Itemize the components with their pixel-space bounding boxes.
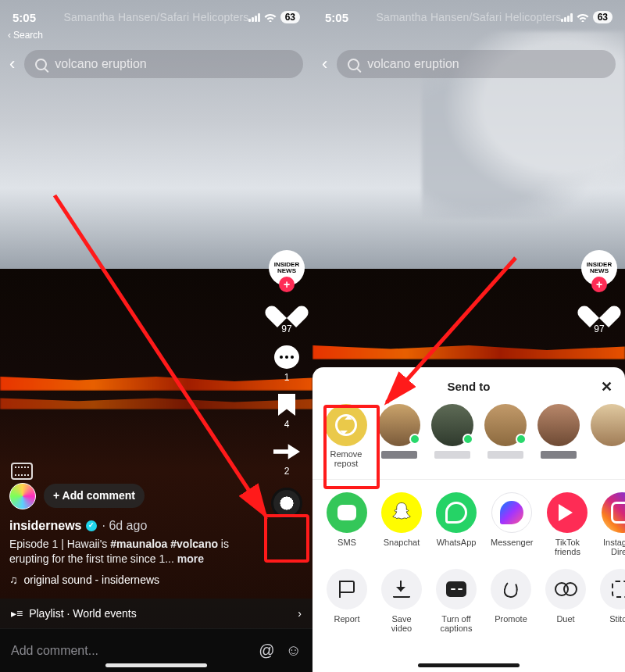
post-info: + Add comment insidernews ✓ · 6d ago Epi… — [9, 483, 250, 588]
divider — [312, 479, 625, 480]
back-to-search[interactable]: ‹ Search — [8, 30, 43, 41]
share-tiktok-friends[interactable]: TikTok friends — [547, 492, 588, 556]
mention-icon[interactable]: @ — [259, 642, 274, 659]
contact-item[interactable] — [431, 404, 473, 468]
search-row: ‹ volcano eruption — [312, 48, 625, 80]
search-query: volcano eruption — [367, 57, 459, 71]
sound-disc[interactable] — [271, 488, 302, 519]
online-dot-icon — [409, 434, 420, 445]
action-captions[interactable]: Turn off captions — [436, 569, 477, 633]
share-button[interactable]: 2 — [273, 441, 300, 477]
contact-item[interactable] — [538, 404, 580, 468]
like-count: 97 — [594, 323, 604, 334]
contacts-row: Remove repost — [312, 401, 625, 473]
messenger-icon — [491, 492, 532, 533]
search-icon — [348, 59, 359, 70]
bookmark-icon — [278, 394, 295, 416]
save-count: 4 — [284, 419, 290, 430]
avatar-icon: INSIDER NEWS + — [269, 250, 305, 286]
repost-icon — [325, 404, 367, 446]
share-icon — [273, 441, 300, 463]
like-count: 97 — [281, 323, 291, 334]
download-icon — [381, 569, 422, 609]
search-row: ‹ volcano eruption — [0, 48, 312, 80]
share-sms[interactable]: SMS — [327, 492, 367, 556]
search-query: volcano eruption — [55, 57, 146, 71]
share-instagram[interactable]: Instagram Direct — [602, 492, 625, 556]
follow-plus-icon[interactable]: + — [591, 277, 607, 292]
whatsapp-icon — [436, 492, 477, 533]
back-button[interactable]: ‹ — [322, 54, 327, 74]
contact-name-redacted — [434, 451, 470, 459]
share-actions-row: Report Save video Turn off captions Prom… — [312, 563, 625, 639]
emoji-icon[interactable]: ☺ — [286, 642, 302, 659]
cellular-icon — [248, 13, 260, 22]
status-right: 63 — [248, 11, 300, 23]
action-promote[interactable]: Promote — [491, 569, 531, 633]
contact-name-redacted — [541, 451, 577, 459]
playlist-icon: ▸≡ — [11, 607, 23, 620]
chevron-right-icon: › — [298, 607, 302, 620]
search-icon — [35, 59, 47, 70]
flame-icon — [491, 569, 531, 609]
status-bar: 5:05 63 — [0, 0, 312, 34]
contact-avatar — [484, 404, 527, 446]
like-button[interactable]: 97 — [586, 297, 612, 334]
search-field[interactable]: volcano eruption — [24, 50, 303, 78]
contact-item[interactable] — [378, 404, 420, 468]
add-comment-pill[interactable]: + Add comment — [44, 484, 145, 508]
comment-button[interactable]: 1 — [274, 345, 299, 383]
contact-item[interactable] — [484, 404, 527, 468]
sheet-title: Send to ✕ — [312, 377, 625, 401]
search-field[interactable]: volcano eruption — [337, 50, 616, 78]
username: insidernews — [9, 517, 81, 534]
online-dot-icon — [516, 434, 527, 445]
share-messenger[interactable]: Messenger — [491, 492, 533, 556]
stitch-icon — [600, 569, 625, 609]
caption[interactable]: Episode 1 | Hawaii's #maunaloa #volcano … — [9, 537, 250, 567]
tiktok-friends-icon — [547, 492, 588, 533]
avatar-icon: INSIDER NEWS + — [581, 250, 617, 286]
username-row[interactable]: insidernews ✓ · 6d ago — [9, 517, 250, 534]
snapchat-icon — [381, 492, 422, 533]
captions-icon — [436, 569, 477, 609]
music-note-icon: ♫ — [9, 573, 18, 588]
more-link[interactable]: more — [174, 552, 204, 565]
poster-avatar[interactable]: INSIDER NEWS + — [581, 250, 617, 286]
action-save-video[interactable]: Save video — [381, 569, 422, 633]
action-stitch[interactable]: Stitch — [600, 569, 625, 633]
poster-avatar[interactable]: INSIDER NEWS + — [269, 250, 305, 286]
remove-repost-button[interactable]: Remove repost — [325, 404, 367, 468]
action-duet[interactable]: Duet — [545, 569, 586, 633]
save-button[interactable]: 4 — [278, 394, 295, 430]
back-button[interactable]: ‹ — [9, 54, 15, 74]
sound-row[interactable]: ♫ original sound - insidernews — [9, 573, 250, 588]
contact-avatar — [431, 404, 473, 446]
status-bar: 5:05 63 — [312, 0, 625, 34]
comment-placeholder: Add comment... — [11, 644, 248, 658]
share-whatsapp[interactable]: WhatsApp — [436, 492, 477, 556]
playlist-bar[interactable]: ▸≡ Playlist · World events › — [0, 599, 312, 628]
contact-item[interactable] — [591, 404, 625, 468]
commenter-avatar[interactable] — [9, 483, 36, 509]
action-rail: INSIDER NEWS + 97 — [581, 250, 617, 334]
wifi-icon — [577, 13, 589, 22]
duet-icon — [545, 569, 586, 609]
action-rail: INSIDER NEWS + 97 1 4 2 — [269, 250, 305, 519]
contact-avatar — [378, 404, 420, 446]
share-snapchat[interactable]: Snapchat — [381, 492, 422, 556]
cellular-icon — [561, 13, 573, 22]
wifi-icon — [264, 13, 277, 22]
comment-count: 1 — [284, 372, 290, 383]
instagram-icon — [602, 492, 625, 533]
like-button[interactable]: 97 — [273, 297, 300, 334]
heart-icon — [586, 297, 612, 320]
action-report[interactable]: Report — [327, 569, 367, 633]
contact-avatar — [538, 404, 580, 446]
follow-plus-icon[interactable]: + — [279, 277, 295, 292]
phone-right: Samantha Hansen/Safari Helicopters 5:05 … — [312, 0, 625, 672]
sound-name: original sound - insidernews — [24, 573, 160, 588]
close-button[interactable]: ✕ — [601, 378, 612, 395]
captions-keyboard-icon[interactable] — [11, 463, 33, 480]
post-time: · 6d ago — [102, 517, 147, 534]
